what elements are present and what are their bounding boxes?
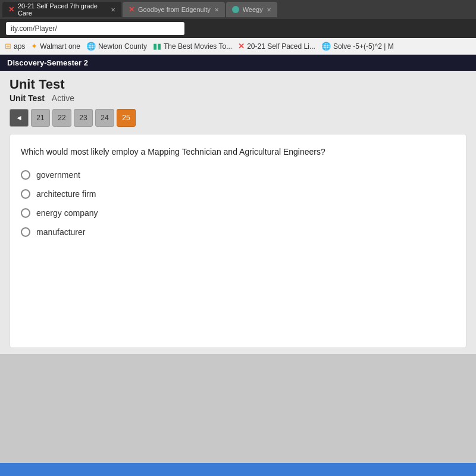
newton-icon: 🌐 [86, 42, 96, 51]
tab-active[interactable]: ✕ 20-21 Self Paced 7th grade Care ✕ [2, 2, 121, 17]
selfpaced-icon: ✕ [238, 42, 245, 51]
answer-label-government: government [36, 170, 80, 180]
apps-icon: ⊞ [5, 42, 11, 51]
tab-goodbye[interactable]: ✕ Goodbye from Edgenuity ✕ [123, 2, 225, 17]
tab-weegy[interactable]: Weegy ✕ [226, 2, 277, 17]
tab-bar: ✕ 20-21 Self Paced 7th grade Care ✕ ✕ Go… [0, 0, 476, 19]
answer-label-energy: energy company [36, 208, 98, 218]
bookmark-apps[interactable]: ⊞ aps [5, 42, 25, 51]
bookmarks-bar: ⊞ aps ✦ Walmart one 🌐 Newton County ▮▮ T… [0, 38, 476, 55]
radio-architecture[interactable] [21, 189, 30, 199]
radio-energy[interactable] [21, 208, 30, 218]
question-card: Which would most likely employ a Mapping… [10, 134, 466, 348]
movies-icon: ▮▮ [153, 42, 161, 51]
browser-chrome: ✕ 20-21 Self Paced 7th grade Care ✕ ✕ Go… [0, 0, 476, 55]
radio-government[interactable] [21, 170, 30, 180]
nav-btn-21[interactable]: 21 [31, 109, 50, 127]
bottom-bar [0, 463, 476, 476]
bookmark-newton[interactable]: 🌐 Newton County [86, 42, 147, 51]
walmart-icon: ✦ [31, 42, 37, 51]
discovery-header: Discovery-Semester 2 [0, 55, 476, 71]
nav-btn-prev[interactable]: ◄ [10, 109, 29, 127]
tab-close-goodbye[interactable]: ✕ [214, 7, 219, 13]
main-content: Unit Test Unit Test Active ◄ 21 22 23 24… [0, 71, 476, 354]
nav-btn-23[interactable]: 23 [74, 109, 93, 127]
discovery-header-text: Discovery-Semester 2 [7, 58, 88, 67]
answer-label-architecture: architecture firm [36, 189, 96, 199]
nav-btn-25[interactable]: 25 [117, 109, 136, 127]
answer-option-government[interactable]: government [21, 170, 455, 180]
solve-icon: 🌐 [321, 42, 331, 51]
tab-close-active[interactable]: ✕ [111, 7, 115, 13]
tab-label-active: 20-21 Self Paced 7th grade Care [18, 2, 107, 17]
tab-label-goodbye: Goodbye from Edgenuity [138, 6, 211, 13]
bookmark-walmart-label: Walmart one [40, 42, 80, 51]
unit-label: Unit Test [10, 93, 45, 103]
tab-icon-weegy [232, 6, 239, 13]
address-input[interactable] [6, 22, 184, 35]
answer-option-energy[interactable]: energy company [21, 208, 455, 218]
nav-buttons: ◄ 21 22 23 24 25 [10, 109, 466, 127]
page-title: Unit Test [10, 77, 466, 92]
tab-label-weegy: Weegy [243, 6, 263, 13]
answer-label-manufacturer: manufacturer [36, 227, 85, 237]
bookmark-walmart[interactable]: ✦ Walmart one [31, 42, 80, 51]
radio-manufacturer[interactable] [21, 227, 30, 237]
tab-icon-edgenuity: ✕ [8, 5, 14, 14]
answer-option-architecture[interactable]: architecture firm [21, 189, 455, 199]
address-bar [0, 19, 476, 38]
unit-test-subtitle: Unit Test Active [10, 93, 466, 103]
tab-close-weegy[interactable]: ✕ [267, 7, 271, 13]
active-label: Active [52, 93, 74, 103]
bookmark-solve[interactable]: 🌐 Solve -5+(-5)^2 | M [321, 42, 394, 51]
bookmark-solve-label: Solve -5+(-5)^2 | M [333, 42, 394, 51]
page-area: Discovery-Semester 2 Unit Test Unit Test… [0, 55, 476, 354]
bookmark-movies-label: The Best Movies To... [164, 42, 232, 51]
answer-option-manufacturer[interactable]: manufacturer [21, 227, 455, 237]
bookmark-newton-label: Newton County [98, 42, 147, 51]
bookmark-apps-label: aps [14, 42, 25, 51]
nav-btn-24[interactable]: 24 [95, 109, 114, 127]
tab-icon-goodbye: ✕ [129, 5, 134, 14]
nav-btn-22[interactable]: 22 [52, 109, 71, 127]
bookmark-selfpaced[interactable]: ✕ 20-21 Self Paced Li... [238, 42, 315, 51]
bookmark-selfpaced-label: 20-21 Self Paced Li... [247, 42, 315, 51]
bookmark-movies[interactable]: ▮▮ The Best Movies To... [153, 42, 232, 51]
question-text: Which would most likely employ a Mapping… [21, 146, 455, 158]
